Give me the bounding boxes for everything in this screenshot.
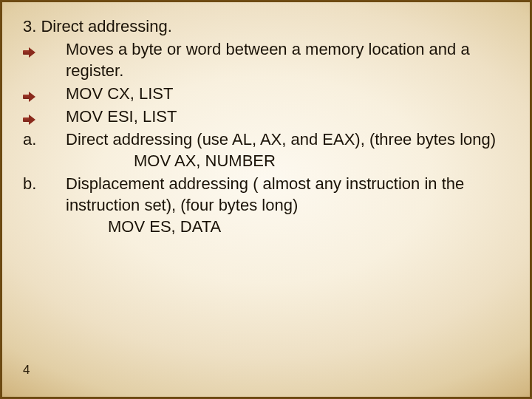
bullet-marker xyxy=(23,83,66,104)
arrow-icon xyxy=(23,115,35,125)
lettered-row: a. Direct addressing (use AL, AX, and EA… xyxy=(23,129,509,150)
item-example: MOV AX, NUMBER xyxy=(134,150,509,171)
page-number: 4 xyxy=(23,363,30,378)
slide-heading: 3. Direct addressing. xyxy=(23,16,509,37)
item-example: MOV ES, DATA xyxy=(108,216,509,237)
slide: 3. Direct addressing. Moves a byte or wo… xyxy=(0,0,532,399)
arrow-icon xyxy=(23,92,35,102)
arrow-icon xyxy=(23,47,35,58)
slide-content: 3. Direct addressing. Moves a byte or wo… xyxy=(23,16,509,237)
bullet-text: MOV CX, LIST xyxy=(66,83,509,104)
bullet-text: MOV ESI, LIST xyxy=(66,106,509,127)
item-text: Displacement addressing ( almost any ins… xyxy=(66,173,509,216)
bullet-marker xyxy=(23,106,66,127)
lettered-row: b. Displacement addressing ( almost any … xyxy=(23,173,509,216)
bullet-row: MOV CX, LIST xyxy=(23,83,509,104)
item-marker: a. xyxy=(23,129,66,150)
item-marker: b. xyxy=(23,173,66,194)
bullet-text: Moves a byte or word between a memory lo… xyxy=(66,38,509,81)
bullet-marker xyxy=(23,38,66,60)
item-text: Direct addressing (use AL, AX, and EAX),… xyxy=(66,129,509,150)
bullet-row: Moves a byte or word between a memory lo… xyxy=(23,38,509,81)
bullet-row: MOV ESI, LIST xyxy=(23,106,509,127)
